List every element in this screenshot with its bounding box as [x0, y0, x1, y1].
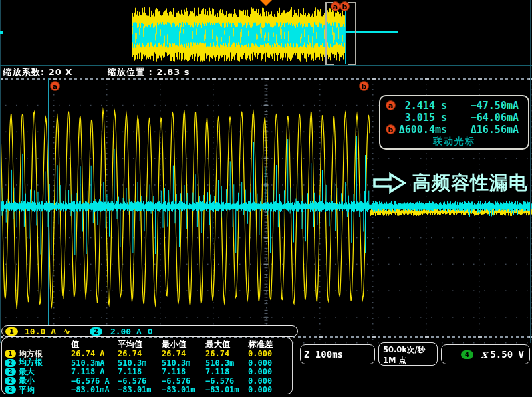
measurement-row: 2平均−83.01mA−83.01m−83.01m−83.01m0.000: [2, 384, 292, 394]
measurement-value: −6.576 A: [71, 376, 118, 386]
annotation-text: 高频容性漏电: [412, 170, 528, 196]
channel2-ground-tick: [0, 31, 3, 34]
cursor-a-time: 2.414 s: [405, 100, 447, 112]
measurement-value: −6.576: [118, 376, 162, 386]
measurement-value: −83.01m: [118, 385, 162, 394]
overview-cursor-a-badge[interactable]: a: [331, 1, 340, 11]
cursor-a-row-badge: a: [386, 100, 396, 110]
measurement-channel-badge: 2: [5, 386, 16, 394]
measurement-value: 510.3mA: [71, 358, 118, 368]
measurement-value: 0.000: [248, 385, 292, 394]
trigger-level-label: 5.50 V: [490, 349, 524, 360]
measurement-value: 0.000: [248, 349, 292, 358]
acquisition-box[interactable]: 50.0k次/秒 1M 点: [378, 342, 438, 366]
oscilloscope-screen: b a 缩放系数: 20 X 缩放位置 : 2.83 s a b a 2.414…: [0, 0, 532, 397]
measurement-value: −83.01mA: [71, 385, 118, 394]
zoom-window-bracket-left[interactable]: [325, 2, 334, 65]
measurement-value: 26.74: [205, 349, 248, 358]
cursor-delta-time: Δ600.4ms: [399, 124, 447, 136]
cursor-delta-value: Δ16.56mA: [471, 124, 519, 136]
channel-settings-bar[interactable]: 1 10.0 A ∿ 2 2.00 A Ω: [1, 325, 298, 337]
measurement-value: 7.118 A: [71, 367, 118, 376]
measurement-value: 7.118: [205, 367, 248, 376]
measurement-row: 2均方根510.3mA510.3m510.3m510.3m0.000: [2, 357, 292, 366]
measurement-label: 平均: [19, 384, 35, 396]
measurement-value: −6.576: [162, 376, 205, 386]
screen-left-edge: [0, 0, 1, 343]
trigger-source-badge: 4: [461, 350, 473, 359]
annotation: 高频容性漏电: [372, 170, 528, 196]
zoom-timebase-box[interactable]: Z 100ms: [300, 344, 375, 364]
cursor-b-row-badge: b: [386, 124, 396, 134]
measurement-value: 510.3m: [205, 358, 248, 368]
measurement-value: −6.576: [205, 376, 248, 386]
measurement-value: 7.118: [162, 367, 205, 376]
channel1-scale: 10.0 A: [25, 327, 56, 336]
measurement-row: 2最大7.118 A7.1187.1187.1180.000: [2, 366, 292, 376]
cursor-mode-label: 联动光标: [380, 135, 528, 147]
overview-cursor-b-badge[interactable]: b: [340, 1, 350, 11]
measurement-table[interactable]: 值平均值最小值最大值标准差1均方根26.74 A26.7426.7426.740…: [1, 338, 293, 394]
channel1-coupling-icon: ∿: [63, 327, 70, 336]
measurement-value: 510.3m: [162, 358, 205, 368]
cursor-a-row: a 2.414 s −47.50mA: [380, 100, 528, 112]
channel1-badge[interactable]: 1: [5, 327, 18, 336]
cursor-b-time: 3.015 s: [405, 112, 447, 124]
measurement-value: 7.118: [118, 367, 162, 376]
measurement-value: 0.000: [248, 358, 292, 368]
measurement-value: 0.000: [248, 376, 292, 386]
cursor-a-value: −47.50mA: [471, 100, 519, 112]
sample-rate-label: 50.0k次/秒: [383, 344, 437, 355]
measurement-header-row: 值平均值最小值最大值标准差: [2, 339, 292, 348]
trigger-status-box[interactable]: 4 x 5.50 V: [441, 344, 530, 364]
zoom-factor-label: 缩放系数: 20 X: [3, 66, 72, 78]
cursor-b-value: −64.06mA: [471, 112, 519, 124]
screen-right-edge: [530, 0, 531, 343]
cursor-delta-row: b Δ600.4ms Δ16.56mA: [380, 124, 528, 136]
measurement-value: −83.01m: [162, 385, 205, 394]
measurement-value: 26.74: [162, 349, 205, 358]
trigger-slope-icon: x: [481, 348, 487, 360]
right-arrow-icon: [372, 171, 407, 195]
zoom-timebase-label: Z 100ms: [304, 349, 343, 360]
cursor-readout-box[interactable]: a 2.414 s −47.50mA 3.015 s −64.06mA b Δ6…: [379, 95, 529, 150]
cursor-b-badge[interactable]: b: [359, 81, 369, 91]
measurement-value: 26.74: [118, 349, 162, 358]
channel2-coupling-icon: Ω: [148, 327, 153, 336]
measurement-row: 1均方根26.74 A26.7426.7426.740.000: [2, 348, 292, 358]
record-length-label: 1M 点: [383, 355, 437, 366]
cursor-b-row: 3.015 s −64.06mA: [380, 112, 528, 124]
measurement-row: 2最小−6.576 A−6.576−6.576−6.5760.000: [2, 375, 292, 384]
zoom-position-label: 缩放位置 : 2.83 s: [108, 66, 190, 78]
measurement-value: 26.74 A: [71, 349, 118, 358]
measurement-value: −83.01m: [205, 385, 248, 394]
overview-waveform-canvas[interactable]: [0, 0, 532, 65]
cursor-a-badge[interactable]: a: [50, 81, 60, 91]
measurement-value: 510.3m: [118, 358, 162, 368]
channel2-badge[interactable]: 2: [90, 327, 102, 336]
zoom-window-bracket-right[interactable]: [348, 2, 356, 65]
measurement-value: 0.000: [248, 367, 292, 376]
zoom-info-bar: 缩放系数: 20 X 缩放位置 : 2.83 s: [0, 65, 532, 79]
trigger-position-icon[interactable]: [260, 0, 272, 6]
channel2-scale: 2.00 A: [110, 327, 142, 336]
